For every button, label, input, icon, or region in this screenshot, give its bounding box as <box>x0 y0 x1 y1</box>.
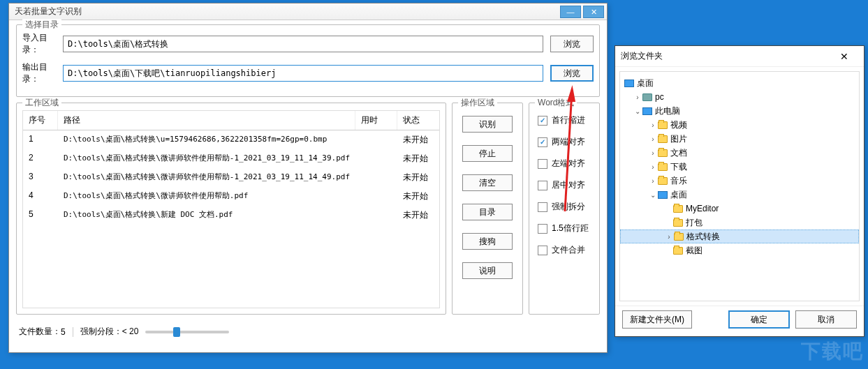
chevron-right-icon[interactable]: › <box>648 149 658 157</box>
tree-item-thispc[interactable]: ⌄此电脑 <box>620 104 859 118</box>
checkbox-spacing[interactable]: 1.5倍行距 <box>538 223 591 234</box>
slider-thumb[interactable] <box>173 327 180 337</box>
window-title: 天若批量文字识别 <box>12 6 558 17</box>
checkbox-icon <box>538 202 547 212</box>
table-body: 1D:\tools\桌面\格式转换\u=1579462686,362220135… <box>23 130 439 225</box>
operations-legend: 操作区域 <box>458 97 497 109</box>
chevron-right-icon[interactable]: › <box>648 163 658 171</box>
tree-item-convert[interactable]: ›格式转换 <box>620 229 859 243</box>
file-table: 序号 路径 用时 状态 1D:\tools\桌面\格式转换\u=15794626… <box>22 110 440 308</box>
tree-item-desktop[interactable]: 桌面 <box>620 76 859 90</box>
folder-icon <box>673 205 683 213</box>
clear-button[interactable]: 清空 <box>462 174 513 191</box>
word-format-group: Word格式 ✓首行缩进 ✓两端对齐 左端对齐 居中对齐 强制拆分 1.5倍行距… <box>529 103 600 315</box>
folder-icon <box>658 177 668 185</box>
output-input[interactable] <box>63 65 543 82</box>
browse-close-button[interactable]: ✕ <box>830 51 858 62</box>
tree-item-pack[interactable]: 打包 <box>620 216 859 229</box>
computer-icon <box>642 107 652 115</box>
tree-item-video[interactable]: ›视频 <box>620 118 859 132</box>
check-icon: ✓ <box>538 116 547 126</box>
check-icon: ✓ <box>538 137 547 147</box>
directory-legend: 选择目录 <box>22 19 61 31</box>
tree-item-downloads[interactable]: ›下载 <box>620 160 859 174</box>
browse-folder-dialog: 浏览文件夹 ✕ 桌面 ›pc ⌄此电脑 ›视频 ›图片 ›文档 ›下载 ›音乐 … <box>615 45 865 337</box>
dir-button[interactable]: 目录 <box>462 204 513 220</box>
table-row[interactable]: 4D:\tools\桌面\格式转换\微讲师软件使用帮助.pdf未开始 <box>23 187 439 206</box>
col-status[interactable]: 状态 <box>397 111 439 130</box>
folder-tree[interactable]: 桌面 ›pc ⌄此电脑 ›视频 ›图片 ›文档 ›下载 ›音乐 ⌄桌面 MyEd… <box>619 71 860 301</box>
folder-icon <box>673 247 683 255</box>
close-button[interactable]: ✕ <box>583 6 604 18</box>
separator <box>73 327 73 337</box>
browse-import-button[interactable]: 浏览 <box>550 36 594 52</box>
table-header: 序号 路径 用时 状态 <box>23 111 439 130</box>
watermark: 下载吧 <box>801 338 864 365</box>
checkbox-center[interactable]: 居中对齐 <box>538 179 591 191</box>
col-index[interactable]: 序号 <box>23 111 58 130</box>
lower-area: 工作区域 序号 路径 用时 状态 1D:\tools\桌面\格式转换\u=157… <box>16 103 600 320</box>
chevron-right-icon[interactable]: › <box>648 177 658 185</box>
minimize-button[interactable]: — <box>560 6 581 18</box>
browse-title: 浏览文件夹 <box>621 50 830 62</box>
file-count-label: 文件数量： <box>19 326 61 338</box>
tree-item-music[interactable]: ›音乐 <box>620 174 859 188</box>
folder-icon <box>674 233 684 241</box>
browse-titlebar[interactable]: 浏览文件夹 ✕ <box>615 46 864 67</box>
tree-item-screenshot[interactable]: 截图 <box>620 243 859 257</box>
table-row[interactable]: 5D:\tools\桌面\格式转换\新建 DOC 文档.pdf未开始 <box>23 206 439 225</box>
stop-button[interactable]: 停止 <box>462 145 513 162</box>
chevron-right-icon[interactable]: › <box>664 233 674 241</box>
help-button[interactable]: 说明 <box>462 262 513 279</box>
checkbox-icon <box>538 224 547 234</box>
tree-item-docs[interactable]: ›文档 <box>620 146 859 160</box>
checkbox-merge[interactable]: 文件合并 <box>538 244 591 256</box>
table-row[interactable]: 2D:\tools\桌面\格式转换\微讲师软件使用帮助-1_2021_03_19… <box>23 149 439 168</box>
ok-button[interactable]: 确定 <box>728 310 790 329</box>
workarea-legend: 工作区域 <box>22 97 61 109</box>
titlebar[interactable]: 天若批量文字识别 — ✕ <box>9 3 607 20</box>
folder-icon <box>658 163 668 171</box>
checkbox-icon <box>538 181 547 190</box>
window-body: 选择目录 导入目录： 浏览 输出目录： 浏览 工作区域 序号 路径 用时 <box>9 20 607 342</box>
user-icon <box>642 93 652 101</box>
cancel-button[interactable]: 取消 <box>795 310 857 329</box>
force-segment-label: 强制分段：< 20 <box>80 326 139 338</box>
folder-icon <box>673 219 683 227</box>
workarea-group: 工作区域 序号 路径 用时 状态 1D:\tools\桌面\格式转换\u=157… <box>16 103 446 315</box>
tree-item-myeditor[interactable]: MyEditor <box>620 202 859 216</box>
ops-inner: 识别 停止 清空 目录 搜狗 说明 <box>458 110 517 279</box>
checkbox-indent[interactable]: ✓首行缩进 <box>538 114 591 126</box>
checkbox-icon <box>538 246 547 255</box>
folder-icon <box>658 121 668 129</box>
checkbox-split[interactable]: 强制拆分 <box>538 201 591 213</box>
desktop-icon <box>624 80 634 87</box>
segment-slider[interactable] <box>145 331 229 333</box>
chevron-right-icon[interactable]: › <box>648 121 658 129</box>
chevron-right-icon[interactable]: › <box>633 93 642 101</box>
sogou-button[interactable]: 搜狗 <box>462 233 513 250</box>
tree-item-pc[interactable]: ›pc <box>620 90 859 104</box>
col-time[interactable]: 用时 <box>355 111 397 130</box>
new-folder-button[interactable]: 新建文件夹(M) <box>622 310 692 329</box>
word-inner: ✓首行缩进 ✓两端对齐 左端对齐 居中对齐 强制拆分 1.5倍行距 文件合并 <box>535 110 594 256</box>
col-path[interactable]: 路径 <box>58 111 355 130</box>
chevron-down-icon[interactable]: ⌄ <box>633 107 642 115</box>
browse-output-button[interactable]: 浏览 <box>550 65 594 82</box>
table-row[interactable]: 3D:\tools\桌面\格式转换\微讲师软件使用帮助-1_2021_03_19… <box>23 168 439 187</box>
main-window: 天若批量文字识别 — ✕ 选择目录 导入目录： 浏览 输出目录： 浏览 工作区域 <box>8 3 608 353</box>
browse-buttons: 新建文件夹(M) 确定 取消 <box>615 306 864 333</box>
import-row: 导入目录： 浏览 <box>22 32 594 56</box>
checkbox-left[interactable]: 左端对齐 <box>538 158 591 170</box>
chevron-right-icon[interactable]: › <box>648 135 658 143</box>
checkbox-justify[interactable]: ✓两端对齐 <box>538 136 591 148</box>
directory-group: 选择目录 导入目录： 浏览 输出目录： 浏览 <box>16 24 600 97</box>
ocr-button[interactable]: 识别 <box>462 116 513 133</box>
table-row[interactable]: 1D:\tools\桌面\格式转换\u=1579462686,362220135… <box>23 130 439 149</box>
word-legend: Word格式 <box>535 97 577 109</box>
checkbox-icon <box>538 159 547 169</box>
tree-item-desktop2[interactable]: ⌄桌面 <box>620 188 859 202</box>
tree-item-pictures[interactable]: ›图片 <box>620 132 859 146</box>
chevron-down-icon[interactable]: ⌄ <box>648 191 658 199</box>
import-input[interactable] <box>63 36 543 52</box>
